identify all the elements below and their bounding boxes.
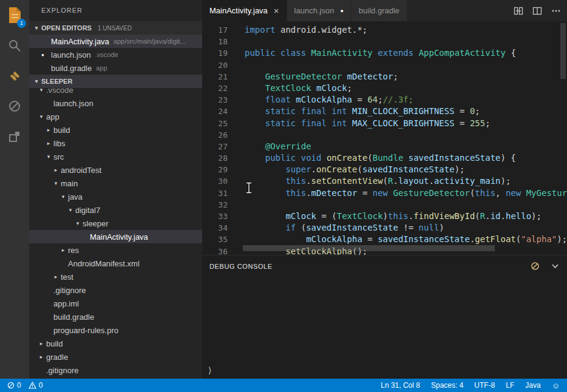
tree-item[interactable]: proguard-rules.pro [29,323,202,337]
source-control-button[interactable] [0,61,29,91]
indentation[interactable]: Spaces: 4 [431,381,463,390]
tree-item[interactable]: AndroidManifest.xml [29,257,202,270]
code-text: super.onCreate(savedInstanceState); [228,164,464,175]
chevron-right-icon: ▸ [44,140,53,146]
open-editor-item[interactable]: MainActivity.javaapp/src/main/java/digit… [29,35,202,48]
feedback-smiley-icon[interactable]: ☺ [552,381,560,390]
tab-bar: MainActivity.java×launch.json●build.grad… [202,0,567,21]
line-number: 35 [202,234,228,245]
line-number: 36 [202,246,228,255]
close-icon[interactable]: × [274,6,279,15]
vertical-scrollbar[interactable] [560,23,566,79]
tree-item[interactable]: launch.json [29,96,202,110]
tree-item[interactable]: .gitignore [29,363,202,377]
tree-item[interactable]: ▸res [29,243,202,257]
encoding[interactable]: UTF-8 [474,381,495,390]
code-line: 17import android.widget.*; [202,24,567,36]
file-name: build.gradle [51,64,92,73]
editor-tab[interactable]: MainActivity.java× [202,0,287,21]
code-text: public void onCreate(Bundle savedInstanc… [228,152,516,164]
tree-item-label: build [53,126,70,135]
chevron-down-icon: ▾ [32,25,41,31]
tree-item[interactable]: ▾digital7 [29,203,202,217]
code-text: TextClock mClock; [228,83,352,94]
explorer-sidebar: EXPLORER ▾ OPEN EDITORS 1 UNSAVED MainAc… [29,0,202,379]
search-icon [7,38,22,53]
eol[interactable]: LF [506,381,514,390]
code-text: static final int MIN_CLOCK_BRIGHTNESS = … [228,106,480,117]
debug-button[interactable] [0,91,29,121]
tree-item-label: build.gradle [53,313,94,322]
tree-item[interactable]: ▾main [29,177,202,190]
editor-group: MainActivity.java×launch.json●build.grad… [202,0,567,379]
panel-title[interactable]: DEBUG CONSOLE [209,263,273,270]
code-line: 34 if (savedInstanceState != null) [202,222,567,234]
tab-label: build.gradle [359,6,399,15]
tree-item-label: proguard-rules.pro [53,326,118,335]
code-text: public class MainActivity extends AppCom… [228,47,516,59]
tree-item[interactable]: ▸androidTest [29,163,202,177]
tree-item[interactable]: ▸build [29,123,202,137]
cursor-position[interactable]: Ln 31, Col 8 [381,381,420,390]
line-number: 18 [202,36,228,47]
split-editor-icon[interactable] [532,6,542,16]
tree-item-label: .gitignore [53,286,86,295]
code-line: 25 static final int MAX_CLOCK_BRIGHTNESS… [202,118,567,129]
code-editor[interactable]: 17import android.widget.*;1819public cla… [202,21,567,255]
tree-item[interactable]: ▾java [29,190,202,203]
open-editors-header[interactable]: ▾ OPEN EDITORS 1 UNSAVED [29,21,202,35]
tree-item[interactable]: ▸test [29,270,202,283]
tree-item[interactable]: ▾app [29,110,202,123]
tree-item[interactable]: ▾sleeper [29,217,202,230]
editor-tab[interactable]: launch.json● [287,0,351,21]
warnings-indicator[interactable]: 0 [29,381,43,390]
code-text: this.setContentView(R.layout.activity_ma… [228,175,511,187]
line-number: 25 [202,118,228,129]
more-actions-icon[interactable] [551,6,561,16]
explorer-button[interactable]: 1 [0,0,29,30]
code-text: static final int MAX_CLOCK_BRIGHTNESS = … [228,118,491,129]
tree-item[interactable]: build.gradle [29,310,202,323]
tree-item[interactable]: ▸gradle [29,350,202,363]
console-input-prompt[interactable]: ⟩ [208,365,211,375]
chevron-down-icon[interactable] [551,262,560,271]
line-number: 22 [202,83,228,94]
code-text: mClockAlpha = savedInstanceState.getFloa… [228,234,567,245]
extensions-button[interactable] [0,121,29,152]
errors-indicator[interactable]: 0 [7,381,21,390]
file-path: .vscode [95,51,118,58]
tree-item[interactable]: MainActivity.java [29,230,202,243]
line-number: 34 [202,222,228,234]
editor-tab[interactable]: build.gradle [351,0,407,21]
open-editor-item[interactable]: ●launch.json.vscode [29,48,202,61]
tree-item[interactable]: app.iml [29,297,202,310]
tree-item-label: app [46,112,59,121]
line-number: 30 [202,175,228,187]
language-mode[interactable]: Java [525,381,540,390]
unsaved-count-badge: 1 [17,19,26,28]
error-count: 0 [17,381,21,390]
tree-item[interactable]: .gitignore [29,283,202,297]
code-line: 20 [202,59,567,71]
chevron-right-icon: ▸ [51,274,61,280]
tree-item[interactable]: ▸libs [29,137,202,150]
code-content: 17import android.widget.*;1819public cla… [202,24,567,255]
line-number: 17 [202,24,228,36]
line-number: 29 [202,164,228,175]
open-changes-icon[interactable] [514,6,523,16]
open-editors-list: MainActivity.javaapp/src/main/java/digit… [29,35,202,75]
workspace-section-header[interactable]: ▾ SLEEPER [29,75,202,88]
error-icon [7,382,15,389]
horizontal-scrollbar[interactable] [243,245,495,251]
tree-item-label: digital7 [75,206,100,215]
tree-item[interactable]: ▸build [29,337,202,350]
git-diamond-icon [7,69,22,83]
tabs: MainActivity.java×launch.json●build.grad… [202,0,407,21]
open-editor-item[interactable]: build.gradleapp [29,61,202,75]
tree-item-label: MainActivity.java [90,232,148,242]
tree-item[interactable]: ▾src [29,150,202,163]
extensions-icon [7,129,22,144]
clear-console-icon[interactable] [531,262,540,271]
line-number: 24 [202,106,228,117]
search-button[interactable] [0,30,29,61]
